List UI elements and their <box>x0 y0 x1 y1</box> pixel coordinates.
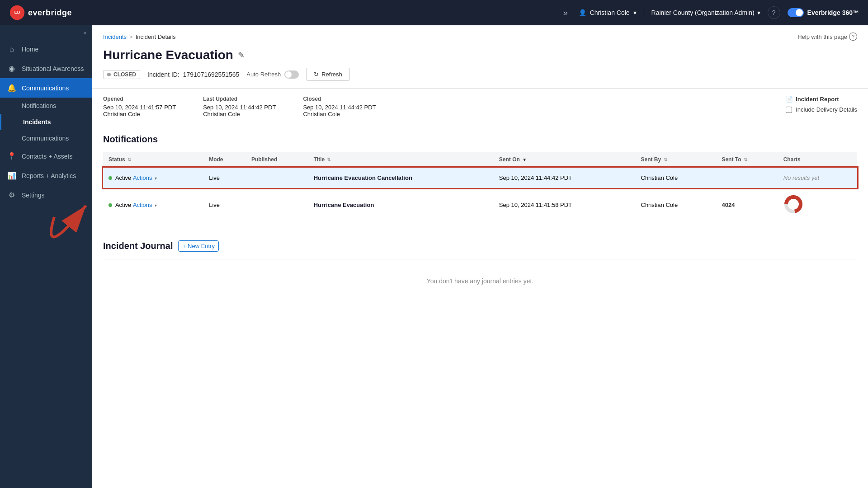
active-dot <box>108 203 112 207</box>
help-link[interactable]: Help with this page ? <box>797 33 857 41</box>
sidebar-item-contacts-assets[interactable]: 📍 Contacts + Assets <box>0 146 92 166</box>
edit-icon[interactable]: ✎ <box>238 50 245 60</box>
notifications-label: Notifications <box>22 102 56 109</box>
sent-on-cell: Sep 10, 2024 11:41:58 PDT <box>494 188 636 222</box>
charts-cell: No results yet <box>778 168 857 188</box>
status-dot <box>107 73 111 76</box>
journal-title-row: Incident Journal + New Entry <box>103 240 857 252</box>
everbridge-logo-icon: EB <box>9 5 25 21</box>
th-sent-by[interactable]: Sent By ⇅ <box>636 152 717 168</box>
table-row[interactable]: Active Actions ▾ Live Hurricane Evacuati… <box>103 188 857 222</box>
badge-label: Everbridge 360™ <box>807 9 859 16</box>
last-updated-label: Last Updated <box>203 96 276 102</box>
user-icon: 👤 <box>579 9 586 16</box>
include-delivery-checkbox[interactable] <box>786 107 792 113</box>
breadcrumb-parent[interactable]: Incidents <box>103 33 127 40</box>
title-cell: Hurricaine Evacuation Cancellation <box>308 168 494 188</box>
status-badge: CLOSED <box>103 70 140 79</box>
journal-title: Incident Journal <box>103 241 173 251</box>
sidebar-item-home[interactable]: ⌂ Home <box>0 40 92 59</box>
published-cell <box>246 168 308 188</box>
mode-cell: Live <box>203 188 246 222</box>
auto-refresh-label: Auto Refresh <box>246 71 281 78</box>
main-content: Incidents > Incident Details Help with t… <box>92 25 868 488</box>
sidebar-item-communications[interactable]: 🔔 Communications <box>0 78 92 98</box>
sort-icon-title: ⇅ <box>327 157 330 162</box>
incident-title: Hurricane Evacuation <box>103 48 233 62</box>
opened-by: Christian Cole <box>103 111 176 117</box>
sidebar-item-label: Reports + Analytics <box>22 172 76 179</box>
sidebar-sub-item-notifications[interactable]: Notifications <box>0 98 92 114</box>
last-updated-detail: Last Updated Sep 10, 2024 11:44:42 PDT C… <box>203 96 276 117</box>
sidebar-item-settings[interactable]: ⚙ Settings <box>0 185 92 205</box>
communications-sub-label: Communications <box>22 135 69 142</box>
new-entry-icon: + <box>182 243 186 249</box>
logo[interactable]: EB everbridge <box>9 5 72 21</box>
incident-id: Incident ID: 1791071692551565 <box>147 71 239 78</box>
closed-detail: Closed Sep 10, 2024 11:44:42 PDT Christi… <box>303 96 376 117</box>
breadcrumb-current: Incident Details <box>136 33 176 40</box>
charts-cell <box>778 188 857 222</box>
donut-chart <box>783 194 803 214</box>
th-sent-on[interactable]: Sent On ▼ <box>494 152 636 168</box>
communications-icon: 🔔 <box>7 84 16 92</box>
home-icon: ⌂ <box>7 45 16 53</box>
table-header-row: Status ⇅ Mode Published Title ⇅ Sent On … <box>103 152 857 168</box>
file-icon: 📄 <box>786 96 793 103</box>
notifications-title: Notifications <box>103 134 857 145</box>
sidebar-sub-item-incidents[interactable]: Incidents <box>0 114 92 130</box>
breadcrumb: Incidents > Incident Details Help with t… <box>92 25 868 44</box>
sent-to-cell <box>716 168 778 188</box>
sent-on-cell: Sep 10, 2024 11:44:42 PDT <box>494 168 636 188</box>
chevron-down-icon[interactable]: ▾ <box>155 176 157 181</box>
mode-cell: Live <box>203 168 246 188</box>
new-entry-button[interactable]: + New Entry <box>178 240 219 252</box>
incidents-label: Incidents <box>23 118 51 126</box>
opened-label: Opened <box>103 96 176 102</box>
auto-refresh-toggle[interactable] <box>284 70 299 79</box>
incident-report-label[interactable]: 📄 Incident Report <box>786 96 857 103</box>
sort-icon-sent-by: ⇅ <box>664 157 667 162</box>
th-sent-to[interactable]: Sent To ⇅ <box>716 152 778 168</box>
sidebar-collapse-button[interactable]: « <box>0 25 92 40</box>
top-nav-right: » 👤 Christian Cole ▾ Rainier County (Org… <box>560 6 859 19</box>
th-status[interactable]: Status ⇅ <box>103 152 203 168</box>
opened-date: Sep 10, 2024 11:41:57 PDT <box>103 104 176 111</box>
actions-link[interactable]: Actions <box>133 174 152 181</box>
user-menu[interactable]: 👤 Christian Cole ▾ <box>579 9 637 16</box>
chevron-down-icon[interactable]: ▾ <box>155 203 157 208</box>
status-label: CLOSED <box>113 71 136 78</box>
title-cell: Hurricane Evacuation <box>308 188 494 222</box>
expand-nav-button[interactable]: » <box>560 6 571 19</box>
th-charts: Charts <box>778 152 857 168</box>
closed-label: Closed <box>303 96 376 102</box>
th-mode: Mode <box>203 152 246 168</box>
sent-by-cell: Christian Cole <box>636 188 717 222</box>
toggle-switch[interactable] <box>788 8 804 17</box>
include-delivery-label: Include Delivery Details <box>796 106 857 113</box>
status-cell: Active Actions ▾ <box>103 168 203 188</box>
closed-date: Sep 10, 2024 11:44:42 PDT <box>303 104 376 111</box>
incident-title-row: Hurricane Evacuation ✎ <box>103 48 857 62</box>
sort-icon-sent-on: ▼ <box>522 157 527 162</box>
sidebar-item-reports-analytics[interactable]: 📊 Reports + Analytics <box>0 166 92 185</box>
refresh-label: Refresh <box>321 71 342 78</box>
th-title[interactable]: Title ⇅ <box>308 152 494 168</box>
incident-header: Hurricane Evacuation ✎ CLOSED Incident I… <box>92 44 868 89</box>
refresh-button[interactable]: ↻ Refresh <box>306 68 350 81</box>
closed-by: Christian Cole <box>303 111 376 117</box>
refresh-icon: ↻ <box>314 71 319 78</box>
last-updated-date: Sep 10, 2024 11:44:42 PDT <box>203 104 276 111</box>
sidebar-item-situational-awareness[interactable]: ◉ Situational Awareness <box>0 59 92 78</box>
sidebar-item-label: Home <box>22 46 38 53</box>
table-row[interactable]: Active Actions ▾ Live Hurricaine Evacuat… <box>103 168 857 188</box>
actions-link[interactable]: Actions <box>133 202 152 208</box>
help-text: Help with this page <box>797 33 847 40</box>
sidebar-item-label: Contacts + Assets <box>22 153 72 160</box>
org-name: Rainier County (Organization Admin) <box>651 9 755 16</box>
sidebar-sub-item-communications[interactable]: Communications <box>0 130 92 146</box>
sidebar-item-label: Settings <box>22 192 45 199</box>
everbridge-360-toggle[interactable]: Everbridge 360™ <box>788 8 859 17</box>
org-menu[interactable]: Rainier County (Organization Admin) ▾ <box>644 9 760 16</box>
help-button[interactable]: ? <box>768 6 780 19</box>
